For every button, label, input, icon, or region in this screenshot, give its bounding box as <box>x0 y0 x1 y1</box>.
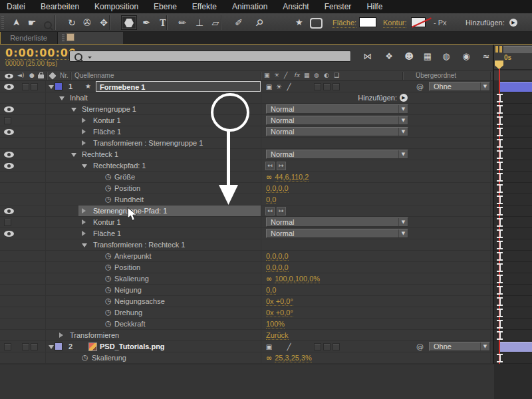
quality-switch[interactable]: ╱ <box>285 342 293 351</box>
property-value-text[interactable]: 0,0,0,0 <box>266 263 289 272</box>
menu-fenster[interactable]: Fenster <box>325 2 352 11</box>
twirl-closed-icon[interactable] <box>82 208 86 213</box>
property-label[interactable]: Neigungsachse <box>114 297 165 305</box>
blend-mode-dropdown[interactable]: Normal▼ <box>266 104 408 114</box>
stopwatch-icon[interactable]: ◷ <box>105 274 112 283</box>
path-direction-icon[interactable]: ↤ <box>265 207 275 215</box>
property-value[interactable]: 0,0 <box>266 196 276 203</box>
property-value-text[interactable]: 0x +0,0° <box>266 309 293 317</box>
stopwatch-icon[interactable]: ◷ <box>105 308 112 317</box>
group-label[interactable]: Transformieren : Rechteck 1 <box>93 241 185 249</box>
switch-box[interactable] <box>323 343 331 350</box>
property-value-text[interactable]: 0,0,0,0 <box>266 184 289 193</box>
stopwatch-icon[interactable]: ◷ <box>105 251 112 260</box>
layer-name-box[interactable]: Formebene 1 <box>96 81 261 92</box>
video-toggle-eye-icon[interactable] <box>4 231 14 237</box>
property-label[interactable]: Ankerpunkt <box>114 252 152 260</box>
twirl-open-icon[interactable] <box>71 153 76 157</box>
twirl-open-icon[interactable] <box>82 243 87 247</box>
switch-box[interactable] <box>314 343 321 350</box>
tab-psd-tutorials[interactable]: PSD_Tutorials× <box>58 32 123 45</box>
property-value[interactable]: 0,0,0,0 <box>266 263 289 271</box>
property-label[interactable]: Drehung <box>114 309 142 317</box>
menu-animation[interactable]: Animation <box>232 2 267 11</box>
group-label[interactable]: Rechteck 1 <box>82 150 118 158</box>
twirl-closed-icon[interactable] <box>59 332 63 338</box>
quality-switch[interactable]: ╱ <box>285 82 293 91</box>
property-value[interactable]: Zurück <box>266 331 289 339</box>
video-toggle-eye-icon[interactable] <box>4 129 14 135</box>
motion-blur-icon[interactable]: ◍ <box>438 50 455 63</box>
parent-dropdown[interactable]: Ohne▼ <box>429 342 490 351</box>
property-label[interactable]: Rundheit <box>114 196 144 203</box>
stopwatch-icon[interactable]: ◷ <box>105 319 112 328</box>
pen-tool[interactable]: ✒ <box>138 15 154 30</box>
property-value-text[interactable]: 0x +0,0° <box>266 297 293 306</box>
twirl-closed-icon[interactable] <box>82 219 86 225</box>
pan-behind-tool[interactable]: ✥ <box>96 15 112 30</box>
menu-ansicht[interactable]: Ansicht <box>283 2 309 11</box>
dimension-link-icon[interactable]: ∞ <box>266 173 272 182</box>
blend-mode-dropdown[interactable]: Normal▼ <box>266 127 408 136</box>
twirl-open-icon[interactable] <box>49 85 54 89</box>
quality-sun-switch[interactable]: ☀ <box>275 82 283 91</box>
parent-pickwhip-icon[interactable]: @ <box>416 82 424 91</box>
shape-tool[interactable] <box>121 15 137 30</box>
menu-datei[interactable]: Datei <box>7 2 25 11</box>
layer-label-chip[interactable] <box>55 82 63 90</box>
parent-dropdown[interactable]: Ohne▼ <box>429 82 490 91</box>
twirl-open-icon[interactable] <box>71 108 76 112</box>
property-value-text[interactable]: 100,0,100,0% <box>275 275 320 283</box>
selection-tool[interactable]: ➤ <box>8 15 24 30</box>
zoom-tool[interactable] <box>40 15 56 30</box>
property-value-text[interactable]: 25,3,25,3% <box>275 354 312 362</box>
property-value-text[interactable]: 0,0 <box>266 286 276 295</box>
property-value[interactable]: 0,0,0,0 <box>266 184 289 192</box>
blend-mode-dropdown[interactable]: Normal▼ <box>266 150 408 159</box>
video-toggle-eye-icon[interactable] <box>4 106 14 112</box>
switch-box[interactable] <box>314 83 321 90</box>
menu-komposition[interactable]: Komposition <box>94 2 138 11</box>
roto-brush-tool[interactable]: ✐ <box>231 15 247 30</box>
property-value-text[interactable]: 100% <box>266 320 285 329</box>
add-play-icon[interactable]: ▶ <box>400 94 408 102</box>
switch-box[interactable] <box>323 83 331 90</box>
group-label[interactable]: Kontur 1 <box>93 218 121 226</box>
twirl-closed-icon[interactable] <box>82 231 86 236</box>
property-label[interactable]: Größe <box>114 173 135 181</box>
group-label[interactable]: Fläche 1 <box>93 128 121 136</box>
video-toggle-eye-icon[interactable] <box>4 84 14 90</box>
stopwatch-icon[interactable]: ◷ <box>105 263 112 271</box>
av-switch-box[interactable] <box>22 83 29 90</box>
comp-mini-flowchart-icon[interactable]: ⋈ <box>359 50 376 63</box>
work-area-bar[interactable] <box>503 46 532 53</box>
hand-tool[interactable]: ☛ <box>24 15 40 30</box>
layer-duration-bar[interactable] <box>500 342 532 352</box>
shy-layers-icon[interactable]: ☻ <box>400 50 418 63</box>
panel-timeline-divider[interactable] <box>493 45 494 399</box>
group-label[interactable]: Kontur 1 <box>93 116 121 124</box>
twirl-open-icon[interactable] <box>49 345 54 349</box>
stopwatch-icon[interactable]: ◷ <box>105 297 112 305</box>
property-value[interactable]: 100% <box>266 320 285 328</box>
toolbar-grip[interactable] <box>1 16 4 29</box>
property-label[interactable]: Position <box>114 263 140 271</box>
type-tool[interactable]: T <box>155 15 171 30</box>
property-label[interactable]: Skalierung <box>92 354 126 362</box>
stopwatch-icon[interactable]: ◷ <box>105 285 112 294</box>
layer-duration-bar[interactable] <box>500 82 532 92</box>
mask-star-icon[interactable]: ★ <box>295 17 303 27</box>
time-ruler[interactable]: 0s <box>494 45 532 70</box>
collapse-switch[interactable]: ▣ <box>265 82 273 91</box>
path-direction-icon[interactable]: ↦ <box>277 207 286 215</box>
av-switch-box[interactable] <box>22 343 29 350</box>
property-value-text[interactable]: Zurück <box>266 331 289 340</box>
stopwatch-icon[interactable]: ◷ <box>105 195 112 203</box>
property-value-text[interactable]: 44,6,110,2 <box>275 173 309 182</box>
path-direction-icon[interactable]: ↤ <box>265 162 275 170</box>
switch-box[interactable] <box>332 343 340 350</box>
layer-name[interactable]: PSD_Tutorials.png <box>100 342 165 350</box>
blend-mode-dropdown[interactable]: Normal▼ <box>266 217 408 227</box>
toolbar-add-play-icon[interactable]: ▶ <box>509 19 517 27</box>
draft-3d-icon[interactable]: ❖ <box>380 50 398 63</box>
